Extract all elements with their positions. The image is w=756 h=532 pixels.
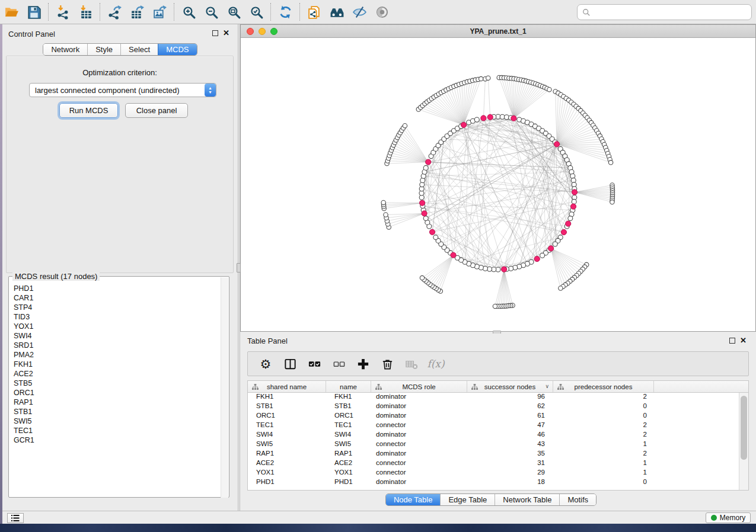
table-cell: 61	[467, 412, 553, 421]
open-folder-icon[interactable]	[0, 2, 23, 22]
network-canvas[interactable]	[241, 38, 755, 331]
table-scrollbar-thumb[interactable]	[741, 396, 747, 460]
export-network-icon[interactable]	[103, 2, 126, 22]
table-cell: 46	[467, 431, 553, 440]
criterion-select[interactable]: largest connected component (undirected)…	[29, 83, 216, 97]
close-panel-icon[interactable]: ✕	[223, 30, 229, 36]
hide-graphics-icon[interactable]	[348, 2, 371, 22]
table-cell: dominator	[371, 412, 467, 421]
float-panel-icon[interactable]	[729, 338, 735, 344]
mcds-result-item[interactable]: RAP1	[14, 398, 34, 407]
mcds-result-item[interactable]: STB1	[14, 407, 34, 416]
mcds-result-item[interactable]: SWI5	[14, 416, 34, 426]
table-cell: STB1	[248, 402, 326, 412]
mcds-result-item[interactable]: TID3	[14, 312, 34, 322]
mcds-result-item[interactable]: CAR1	[14, 293, 34, 303]
column-header-predecessor-nodes[interactable]: predecessor nodes	[553, 381, 654, 392]
mcds-result-item[interactable]: PHD1	[14, 284, 34, 293]
mcds-result-item[interactable]: YOX1	[14, 322, 34, 331]
save-icon[interactable]	[23, 2, 45, 22]
close-panel-button[interactable]: Close panel	[125, 103, 188, 118]
toolbar-separator	[48, 3, 49, 21]
select-all-icon[interactable]	[305, 354, 324, 373]
mcds-result-item[interactable]: STB5	[14, 379, 34, 388]
import-network-icon[interactable]	[52, 2, 74, 22]
show-graphics-icon[interactable]	[371, 2, 393, 22]
mcds-result-item[interactable]: SWI4	[14, 331, 34, 341]
table-cell: 1	[553, 440, 654, 450]
tab-edge-table[interactable]: Edge Table	[440, 494, 495, 505]
tab-motifs[interactable]: Motifs	[559, 494, 596, 505]
main-toolbar	[0, 0, 756, 24]
window-close-icon[interactable]	[247, 28, 254, 35]
refresh-icon[interactable]	[274, 2, 296, 22]
add-column-icon[interactable]	[353, 354, 372, 373]
column-header-name[interactable]: name	[326, 381, 371, 392]
table-cell: dominator	[371, 393, 467, 402]
tab-network-table[interactable]: Network Table	[495, 494, 559, 505]
table-row[interactable]: SWI4SWI4dominator462	[248, 431, 748, 440]
zoom-out-icon[interactable]	[200, 2, 222, 22]
mcds-result-item[interactable]: SRD1	[14, 341, 34, 350]
table-row[interactable]: YOX1YOX1connector291	[248, 469, 748, 478]
table-row[interactable]: ORC1ORC1dominator610	[248, 412, 748, 421]
table-row[interactable]: RAP1RAP1dominator352	[248, 450, 748, 459]
run-mcds-button[interactable]: Run MCDS	[59, 103, 118, 118]
node-table: shared namenameMCDS rolesuccessor nodes∨…	[247, 380, 749, 491]
mcds-result-item[interactable]: TEC1	[14, 426, 34, 435]
mcds-result-item[interactable]: GCR1	[14, 435, 34, 445]
zoom-selected-icon[interactable]	[245, 2, 267, 22]
zoom-fit-icon[interactable]	[222, 2, 245, 22]
mcds-result-item[interactable]: FKH1	[14, 360, 34, 369]
column-header-shared-name[interactable]: shared name	[248, 381, 326, 392]
zoom-in-icon[interactable]	[177, 2, 200, 22]
settings-gear-icon[interactable]: ⚙	[256, 354, 275, 373]
mcds-result-scrollbar[interactable]	[221, 277, 228, 498]
tab-node-table[interactable]: Node Table	[386, 494, 441, 505]
tab-select[interactable]: Select	[120, 44, 158, 55]
window-maximize-icon[interactable]	[270, 28, 277, 35]
table-row[interactable]: STB1STB1dominator620	[248, 402, 748, 412]
table-row[interactable]: ACE2ACE2connector311	[248, 459, 748, 469]
mcds-result-item[interactable]: PMA2	[14, 350, 34, 360]
tab-network[interactable]: Network	[43, 44, 87, 55]
memory-button[interactable]: Memory	[706, 512, 751, 523]
window-minimize-icon[interactable]	[259, 28, 266, 35]
search-icon	[582, 8, 591, 17]
split-columns-icon[interactable]	[280, 354, 299, 373]
delete-column-icon[interactable]	[378, 354, 397, 373]
deselect-all-icon[interactable]	[329, 354, 348, 373]
delete-table-icon[interactable]	[402, 354, 421, 373]
mcds-result-item[interactable]: STP4	[14, 303, 34, 312]
toolbar-separator	[270, 3, 271, 21]
search-input[interactable]	[577, 4, 752, 20]
table-cell: 0	[553, 412, 654, 421]
sort-descending-icon: ∨	[545, 383, 549, 389]
task-history-button[interactable]	[7, 513, 24, 523]
node-table-header: shared namenameMCDS rolesuccessor nodes∨…	[248, 381, 748, 393]
mcds-result-item[interactable]: ACE2	[14, 369, 34, 379]
table-cell: RAP1	[326, 450, 371, 459]
table-row[interactable]: TEC1TEC1connector472	[248, 421, 748, 431]
table-cell: FKH1	[248, 393, 326, 402]
export-table-icon[interactable]	[126, 2, 148, 22]
table-cell: dominator	[371, 402, 467, 412]
float-panel-icon[interactable]	[212, 30, 218, 36]
export-image-icon[interactable]	[148, 2, 171, 22]
import-table-icon[interactable]	[74, 2, 97, 22]
function-builder-icon[interactable]: f(x)	[426, 354, 445, 373]
binoculars-icon[interactable]	[326, 2, 348, 22]
close-panel-icon[interactable]: ✕	[740, 338, 747, 344]
table-cell: YOX1	[326, 469, 371, 478]
column-header-MCDS-role[interactable]: MCDS role	[371, 381, 467, 392]
tab-style[interactable]: Style	[87, 44, 120, 55]
status-bar: Memory	[2, 511, 756, 524]
mcds-result-item[interactable]: ORC1	[14, 388, 34, 398]
table-row[interactable]: SWI5SWI5connector431	[248, 440, 748, 450]
tab-mcds[interactable]: MCDS	[158, 44, 196, 55]
column-header-successor-nodes[interactable]: successor nodes∨	[467, 381, 553, 392]
table-row[interactable]: PHD1PHD1dominator180	[248, 478, 748, 488]
share-document-icon[interactable]	[303, 2, 326, 22]
table-scrollbar[interactable]	[739, 393, 748, 490]
table-row[interactable]: FKH1FKH1dominator962	[248, 393, 748, 402]
